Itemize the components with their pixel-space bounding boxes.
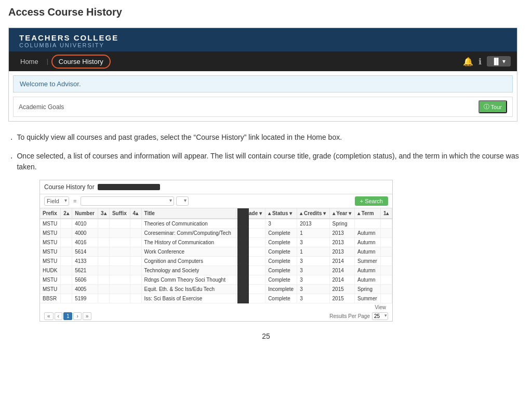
table-cell [236,229,265,238]
info-icon[interactable]: ℹ [478,57,482,67]
bullet-text-2: Once selected, a list of courses and inf… [17,151,522,173]
table-cell: 2013 [329,238,355,247]
table-cell: MSTU [40,275,61,285]
table-cell: Complete [265,247,297,257]
table-cell: MSTU [40,219,61,229]
table-cell [380,266,392,275]
table-cell: 3 [297,266,329,275]
table-cell [98,247,109,257]
ct-title-name-bar [98,184,160,190]
table-row: MSTU4010Theories of Communication32013Sp… [40,219,392,229]
search-button[interactable]: + Search [355,196,388,206]
table-cell: 3 [265,219,297,229]
view-link[interactable]: View [44,304,388,310]
table-cell [98,238,109,247]
table-cell: Autumn [355,275,381,285]
col-sort1[interactable]: 1▴ [380,208,392,219]
equals-label: = [71,198,78,204]
table-cell [109,247,130,257]
field-select[interactable]: Field [44,196,69,206]
table-cell [130,275,141,285]
table-cell: Autumn [355,266,381,275]
tc-header: TEACHERS COLLEGE COLUMBIA UNIVERSITY [9,28,517,51]
table-cell: HUDK [40,266,61,275]
table-cell: 2014 [329,257,355,266]
page-title: Access Course History [8,6,524,18]
value-select-wrap [81,196,174,206]
nav-separator: | [47,58,48,65]
col-term[interactable]: ▴ Term [355,208,381,219]
college-name: TEACHERS COLLEGE [19,33,507,42]
table-cell [98,257,109,266]
table-cell [109,294,130,303]
table-cell [61,285,72,294]
page-next-btn[interactable]: › [73,312,81,320]
bullet-item-1: · To quickly view all courses and past g… [10,132,522,145]
table-cell: Spring [355,285,381,294]
table-cell: Theories of Communication [141,219,236,229]
col-grade[interactable]: ▴ Grade ▾ [236,208,265,219]
course-table: Prefix 2▴ Number 3▴ Suffix 4▴ Title ▴ Gr… [40,208,392,303]
table-cell [61,294,72,303]
table-row: MSTU4133Cognition and ComputersComplete3… [40,257,392,266]
table-row: MSTU4016The History of CommunicationComp… [40,238,392,247]
col-status[interactable]: ▴ Status ▾ [265,208,297,219]
table-cell [380,238,392,247]
bell-icon[interactable]: 🔔 [463,57,473,67]
nav-home[interactable]: Home [15,55,44,69]
bullet-text-1: To quickly view all courses and past gra… [17,132,522,143]
table-cell [98,285,109,294]
table-cell: 5606 [72,275,98,285]
table-cell: Summer [355,257,381,266]
table-row: BBSR5199Iss: Sci Basis of ExerciseComple… [40,294,392,303]
value-select[interactable] [81,196,174,206]
table-cell: 4010 [72,219,98,229]
col-year[interactable]: ▴ Year ▾ [329,208,355,219]
nav-bar: Home | Course History 🔔 ℹ ▐▌ ▾ [9,51,517,71]
page-prev-btn[interactable]: ‹ [55,312,62,320]
table-cell [236,275,265,285]
table-cell: 3 [297,294,329,303]
page-first-btn[interactable]: « [44,312,54,320]
table-cell [109,275,130,285]
user-avatar[interactable]: ▐▌ ▾ [487,56,511,67]
col-credits[interactable]: ▴ Credits ▾ [297,208,329,219]
table-cell: Complete [265,294,297,303]
bullet-item-2: · Once selected, a list of courses and i… [10,151,522,173]
col-prefix: Prefix [40,208,61,219]
table-cell [380,285,392,294]
bullet-dot-2: · [10,152,12,164]
table-cell [130,219,141,229]
table-cell [98,294,109,303]
table-row: MSTU5606Rdngs Comm Theory Soci ThoughtCo… [40,275,392,285]
table-cell: Equit. Eth. & Soc Iss/Edu Tech [141,285,236,294]
col-sort4[interactable]: 4▴ [130,208,141,219]
page-last-btn[interactable]: » [83,312,92,320]
table-cell: Complete [265,275,297,285]
table-body: MSTU4010Theories of Communication32013Sp… [40,219,392,303]
table-cell: Work Conference [141,247,236,257]
table-cell: 2015 [329,285,355,294]
table-cell: MSTU [40,257,61,266]
nav-course-history[interactable]: Course History [51,55,111,69]
table-cell: 1 [297,229,329,238]
page-current-btn[interactable]: 1 [63,312,73,320]
nav-right: 🔔 ℹ ▐▌ ▾ [463,56,511,67]
table-cell [380,229,392,238]
table-cell: 4005 [72,285,98,294]
per-page-select[interactable]: 25 [372,312,388,320]
table-cell: BBSR [40,294,61,303]
ct-title: Course History for [44,183,95,191]
table-cell [236,294,265,303]
table-cell: Summer [355,294,381,303]
table-cell: 1 [297,247,329,257]
welcome-box: Welcome to Advisor. [13,75,513,92]
table-cell: Spring [329,219,355,229]
col-sort2[interactable]: 2▴ [61,208,72,219]
per-page-select-wrap: 25 [372,312,388,320]
field-select-wrap: Field [44,196,69,206]
extra-select[interactable] [176,196,189,206]
col-sort3[interactable]: 3▴ [98,208,109,219]
tour-button[interactable]: ⓘ Tour [478,100,507,113]
col-suffix: Suffix [109,208,130,219]
